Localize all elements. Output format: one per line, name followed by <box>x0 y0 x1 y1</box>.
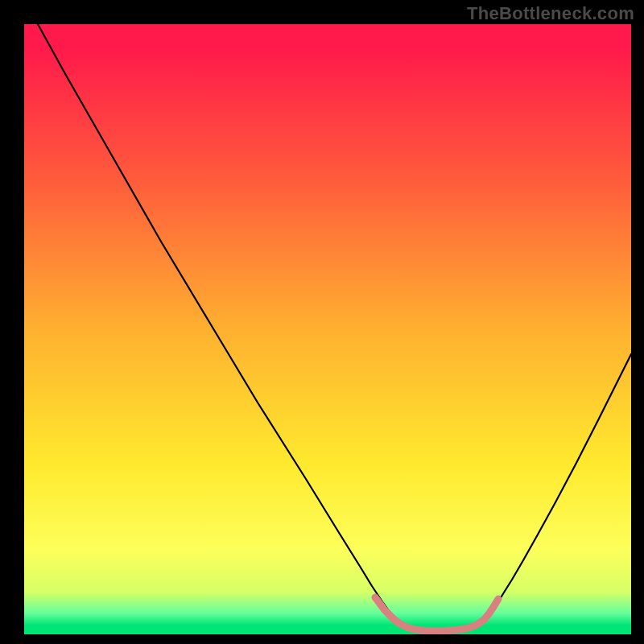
chart-frame: TheBottleneck.com <box>0 0 644 644</box>
bottleneck-chart <box>0 0 644 644</box>
gradient-background <box>24 24 631 634</box>
watermark-text: TheBottleneck.com <box>467 3 634 24</box>
